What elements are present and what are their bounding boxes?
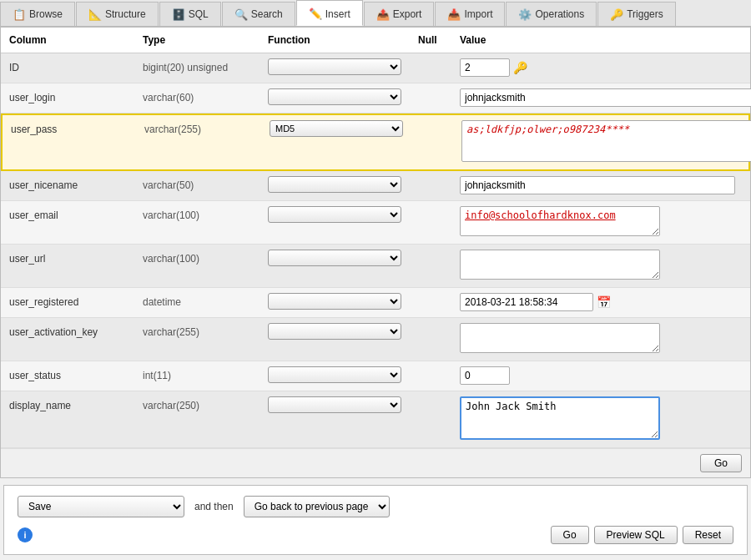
func-select-display-name[interactable]: [268, 396, 401, 413]
func-select-user-status[interactable]: [268, 366, 401, 383]
input-user-registered[interactable]: [460, 293, 593, 311]
input-user-login[interactable]: [460, 88, 751, 107]
col-value-user-activation-key: [460, 323, 742, 356]
bottom-row1: Save Insert as new row and then Go back …: [18, 496, 733, 517]
col-type-user-activation-key: varchar(255): [143, 323, 268, 338]
tab-insert[interactable]: ✏️ Insert: [296, 0, 363, 26]
col-name-user-nicename: user_nicename: [9, 176, 143, 191]
tab-browse[interactable]: 📋 Browse: [0, 2, 75, 26]
col-func-user-status[interactable]: [268, 366, 418, 383]
header-type: Type: [143, 34, 268, 46]
col-name-id: ID: [9, 58, 143, 73]
func-select-user-pass[interactable]: MD5 - AES_DECRYPT PASSWORD SHA1: [270, 120, 403, 137]
col-func-user-registered[interactable]: [268, 293, 418, 310]
go-back-select[interactable]: Go back to previous page Insert another …: [244, 496, 390, 517]
table-row: user_activation_key varchar(255): [1, 318, 750, 361]
browse-icon: 📋: [13, 8, 26, 21]
input-user-nicename[interactable]: [460, 176, 735, 194]
tab-structure[interactable]: 📐 Structure: [76, 2, 159, 26]
col-type-user-status: int(11): [143, 366, 268, 381]
input-user-pass[interactable]: as;ldkfjp;olwer;o987234****: [461, 120, 751, 162]
col-value-user-url: [460, 250, 742, 282]
tab-export[interactable]: 📤 Export: [364, 2, 435, 26]
col-func-display-name[interactable]: [268, 396, 418, 413]
info-icon[interactable]: i: [18, 527, 33, 542]
col-func-id[interactable]: [268, 58, 418, 75]
input-user-status[interactable]: [460, 366, 510, 385]
input-id[interactable]: [460, 58, 510, 77]
col-name-user-pass: user_pass: [11, 120, 144, 135]
col-value-user-login: [460, 88, 751, 107]
triggers-icon: 🔑: [610, 8, 623, 21]
col-type-id: bigint(20) unsigned: [143, 58, 268, 73]
col-name-user-url: user_url: [9, 250, 143, 265]
preview-sql-button[interactable]: Preview SQL: [594, 526, 678, 544]
col-func-user-url[interactable]: [268, 250, 418, 266]
col-value-id: 🔑: [460, 58, 742, 77]
reset-button[interactable]: Reset: [683, 526, 733, 544]
func-select-user-registered[interactable]: [268, 293, 401, 310]
func-select-user-nicename[interactable]: [268, 176, 401, 193]
tab-sql-label: SQL: [189, 8, 209, 20]
col-value-user-registered: 📅: [460, 293, 742, 311]
col-func-user-activation-key[interactable]: [268, 323, 418, 340]
column-headers: Column Type Function Null Value: [1, 28, 750, 53]
search-tab-icon: 🔍: [234, 8, 248, 21]
tab-insert-label: Insert: [325, 8, 350, 20]
save-select[interactable]: Save Insert as new row: [18, 496, 184, 517]
input-user-activation-key[interactable]: [460, 323, 660, 353]
id-key-icon: 🔑: [513, 61, 527, 74]
table-row: user_pass varchar(255) MD5 - AES_DECRYPT…: [1, 114, 750, 171]
table-row: display_name varchar(250) John Jack Smit…: [1, 391, 750, 448]
and-then-label: and then: [194, 501, 234, 512]
col-name-user-login: user_login: [9, 88, 143, 103]
tab-triggers[interactable]: 🔑 Triggers: [597, 2, 676, 26]
sql-icon: 🗄️: [172, 8, 185, 21]
func-select-user-url[interactable]: [268, 250, 401, 266]
tab-import[interactable]: 📥 Import: [435, 2, 505, 26]
go-row: Go: [1, 448, 750, 477]
col-value-user-nicename: [460, 176, 742, 194]
input-user-email[interactable]: info@schoolofhardknox.com: [460, 206, 660, 236]
header-value: Value: [460, 34, 742, 46]
go-button-table[interactable]: Go: [700, 454, 742, 472]
col-type-user-pass: varchar(255): [144, 120, 270, 135]
table-row: user_nicename varchar(50): [1, 171, 750, 201]
col-type-user-nicename: varchar(50): [143, 176, 268, 191]
tab-search[interactable]: 🔍 Search: [222, 2, 295, 26]
table-row: user_registered datetime 📅: [1, 288, 750, 318]
main-content: Column Type Function Null Value ID bigin…: [0, 27, 751, 478]
table-row: ID bigint(20) unsigned 🔑: [1, 53, 750, 83]
col-value-user-pass: as;ldkfjp;olwer;o987234****: [461, 120, 751, 164]
input-user-url[interactable]: [460, 250, 660, 280]
tab-operations[interactable]: ⚙️ Operations: [506, 2, 597, 26]
tab-triggers-label: Triggers: [627, 8, 663, 20]
calendar-icon[interactable]: 📅: [597, 295, 611, 309]
col-type-user-login: varchar(60): [143, 88, 268, 103]
input-display-name[interactable]: John Jack Smith: [460, 396, 660, 440]
tab-browse-label: Browse: [29, 8, 63, 20]
col-type-user-email: varchar(100): [143, 206, 268, 221]
col-func-user-pass[interactable]: MD5 - AES_DECRYPT PASSWORD SHA1: [270, 120, 420, 137]
col-name-user-registered: user_registered: [9, 293, 143, 308]
tab-sql[interactable]: 🗄️ SQL: [159, 2, 221, 26]
table-row: user_url varchar(100): [1, 245, 750, 288]
col-func-user-login[interactable]: [268, 88, 418, 105]
col-func-user-nicename[interactable]: [268, 176, 418, 193]
go-button-bottom[interactable]: Go: [551, 526, 589, 544]
tab-operations-label: Operations: [535, 8, 584, 20]
col-name-user-email: user_email: [9, 206, 143, 221]
col-func-user-email[interactable]: [268, 206, 418, 223]
func-select-user-login[interactable]: [268, 88, 401, 105]
nav-tabs: 📋 Browse 📐 Structure 🗄️ SQL 🔍 Search ✏️ …: [0, 0, 751, 27]
col-value-user-email: info@schoolofhardknox.com: [460, 206, 742, 239]
tab-structure-label: Structure: [105, 8, 146, 20]
func-select-user-activation-key[interactable]: [268, 323, 401, 340]
func-select-user-email[interactable]: [268, 206, 401, 223]
table-row: user_email varchar(100) info@schoolofhar…: [1, 201, 750, 245]
header-function: Function: [268, 34, 418, 46]
col-name-user-status: user_status: [9, 366, 143, 381]
export-icon: 📤: [376, 8, 390, 21]
operations-icon: ⚙️: [518, 8, 532, 21]
func-select-id[interactable]: [268, 58, 401, 75]
